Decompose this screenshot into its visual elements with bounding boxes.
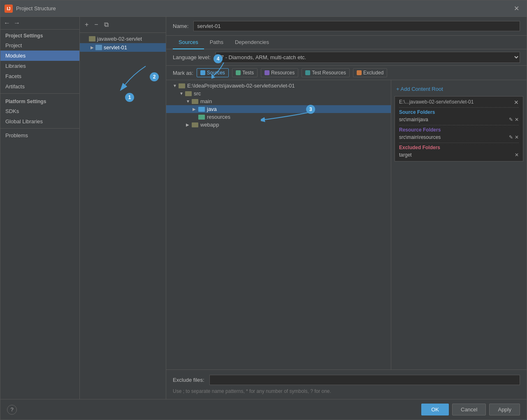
- sidebar-item-global-libraries[interactable]: Global Libraries: [0, 116, 79, 127]
- dialog-footer: ? OK Cancel Apply: [0, 399, 527, 420]
- modules-tree: javaweb-02-servlet ▶ servlet-01: [80, 33, 166, 399]
- module-name-input[interactable]: [193, 21, 520, 31]
- dialog-title: Project Structure: [16, 5, 56, 12]
- sidebar-item-modules[interactable]: Modules: [0, 51, 79, 61]
- content-root-box: E:\...javaweb-02-servlet\servlet-01 ✕ So…: [395, 96, 523, 162]
- sidebar-nav: ← →: [0, 17, 79, 30]
- tree-item-servlet01[interactable]: ▶ servlet-01: [80, 43, 166, 52]
- divider: [399, 107, 519, 108]
- ftree-webapp[interactable]: ▶ webapp: [166, 121, 391, 129]
- source-folders-title: Source Folders: [399, 109, 519, 115]
- ftree-resources[interactable]: resources: [166, 113, 391, 121]
- exclude-files-row: Exclude files:: [173, 375, 520, 385]
- divider2: [399, 125, 519, 125]
- project-settings-section: Project Settings: [0, 30, 79, 40]
- right-panel-header: + Add Content Root: [391, 83, 527, 95]
- ftree-src[interactable]: ▼ src: [166, 90, 391, 97]
- footer-buttons: OK Cancel Apply: [421, 404, 520, 415]
- cancel-button[interactable]: Cancel: [452, 404, 486, 415]
- exclude-hint: Use ; to separate name patterns, * for a…: [173, 388, 520, 394]
- folder-icon-blue: [95, 45, 102, 50]
- nav-forward[interactable]: →: [14, 19, 20, 27]
- file-tree-panel: + − ⧉ javaweb-02-servlet ▶ servlet-01 1: [80, 17, 166, 399]
- exclude-files-label: Exclude files:: [173, 377, 204, 383]
- folder-icon-main: [192, 99, 198, 104]
- main-panel: Name: Sources Paths Dependencies La: [166, 17, 527, 399]
- source-folder-actions: ✎ ✕: [509, 117, 519, 122]
- tree-arrow-servlet: ▶: [90, 45, 95, 50]
- annotation-4: 4: [214, 54, 223, 63]
- sidebar-item-artifacts[interactable]: Artifacts: [0, 81, 79, 92]
- mark-as-excluded-button[interactable]: Excluded: [353, 68, 387, 77]
- help-button[interactable]: ?: [7, 405, 17, 415]
- folder-icon-resources: [198, 115, 205, 120]
- apply-button[interactable]: Apply: [489, 404, 520, 415]
- remove-source-folder[interactable]: ✕: [515, 117, 519, 122]
- remove-excluded-folder[interactable]: ✕: [515, 152, 519, 158]
- sources-dot: [200, 70, 205, 75]
- edit-resource-folder[interactable]: ✎: [509, 134, 513, 140]
- sidebar-item-problems[interactable]: Problems: [0, 130, 79, 141]
- source-folder-entry: src\main\java ✎ ✕: [399, 116, 519, 123]
- content-root-close[interactable]: ✕: [514, 99, 519, 106]
- resources-dot: [265, 70, 269, 75]
- mark-as-label: Mark as:: [173, 70, 193, 76]
- folder-icon: [89, 36, 95, 42]
- remove-module-button[interactable]: −: [93, 20, 100, 29]
- sources-content: ▼ E:\IdeaProjects\javaweb-02-servlet\ser…: [166, 80, 527, 369]
- lang-level-label: Language level:: [173, 54, 211, 60]
- tree-arrow: [83, 37, 88, 42]
- sidebar-item-libraries[interactable]: Libraries: [0, 61, 79, 71]
- platform-settings-section: Platform Settings: [0, 95, 79, 106]
- folder-icon-java: [198, 107, 205, 112]
- project-structure-dialog: IJ Project Structure ✕ ← → Project Setti…: [0, 0, 527, 420]
- folder-tree: ▼ E:\IdeaProjects\javaweb-02-servlet\ser…: [166, 80, 391, 369]
- module-name-header: Name:: [166, 17, 527, 36]
- tests-dot: [236, 70, 241, 75]
- resource-folder-actions: ✎ ✕: [509, 134, 519, 140]
- tab-dependencies[interactable]: Dependencies: [229, 36, 275, 49]
- app-icon: IJ: [5, 5, 13, 13]
- mark-as-test-resources-button[interactable]: Test Resources: [302, 68, 350, 77]
- sidebar-item-facets[interactable]: Facets: [0, 71, 79, 81]
- close-button[interactable]: ✕: [511, 3, 522, 14]
- ftree-main[interactable]: ▼ main: [166, 97, 391, 105]
- resource-folders-title: Resource Folders: [399, 127, 519, 133]
- remove-resource-folder[interactable]: ✕: [515, 134, 519, 140]
- sidebar-item-sdks[interactable]: SDKs: [0, 106, 79, 116]
- annotation-1: 1: [125, 93, 134, 102]
- ftree-root[interactable]: ▼ E:\IdeaProjects\javaweb-02-servlet\ser…: [166, 82, 391, 90]
- folder-icon-src: [185, 91, 192, 96]
- lang-level-select[interactable]: 7 - Diamonds, ARM, multi-catch etc.: [216, 52, 520, 63]
- excluded-dot: [357, 70, 362, 75]
- folder-icon-webapp: [192, 122, 198, 127]
- exclude-files-area: Exclude files: Use ; to separate name pa…: [166, 369, 527, 399]
- mark-as-sources-button[interactable]: Sources: [197, 68, 229, 77]
- mark-as-bar: Mark as: Sources Tests Resources: [166, 66, 527, 80]
- exclude-files-input[interactable]: [209, 375, 520, 385]
- test-resources-dot: [305, 70, 310, 75]
- copy-module-button[interactable]: ⧉: [102, 20, 110, 29]
- sidebar: ← → Project Settings Project Modules Lib…: [0, 17, 80, 399]
- title-bar: IJ Project Structure ✕: [0, 0, 527, 17]
- mark-as-resources-button[interactable]: Resources: [261, 68, 298, 77]
- nav-back[interactable]: ←: [4, 19, 10, 27]
- ftree-java[interactable]: ▶ java: [166, 105, 391, 113]
- edit-source-folder[interactable]: ✎: [509, 117, 513, 122]
- file-tree-toolbar: + − ⧉: [80, 17, 166, 33]
- annotation-3: 3: [306, 105, 315, 114]
- sidebar-item-project[interactable]: Project: [0, 40, 79, 51]
- tree-item-javaweb[interactable]: javaweb-02-servlet: [80, 35, 166, 43]
- tab-paths[interactable]: Paths: [204, 36, 229, 49]
- mark-as-tests-button[interactable]: Tests: [232, 68, 258, 77]
- excluded-folder-entry: target ✕: [399, 151, 519, 159]
- add-content-root-button[interactable]: + Add Content Root: [396, 86, 443, 92]
- ok-button[interactable]: OK: [421, 404, 449, 415]
- add-module-button[interactable]: +: [83, 20, 90, 29]
- excluded-folders-title: Excluded Folders: [399, 145, 519, 150]
- tab-sources[interactable]: Sources: [173, 36, 204, 49]
- annotation-2: 2: [150, 72, 159, 81]
- content-root-title: E:\...javaweb-02-servlet\servlet-01 ✕: [399, 99, 519, 106]
- right-panel: + Add Content Root E:\...javaweb-02-serv…: [391, 80, 527, 369]
- sidebar-divider-2: [0, 128, 79, 129]
